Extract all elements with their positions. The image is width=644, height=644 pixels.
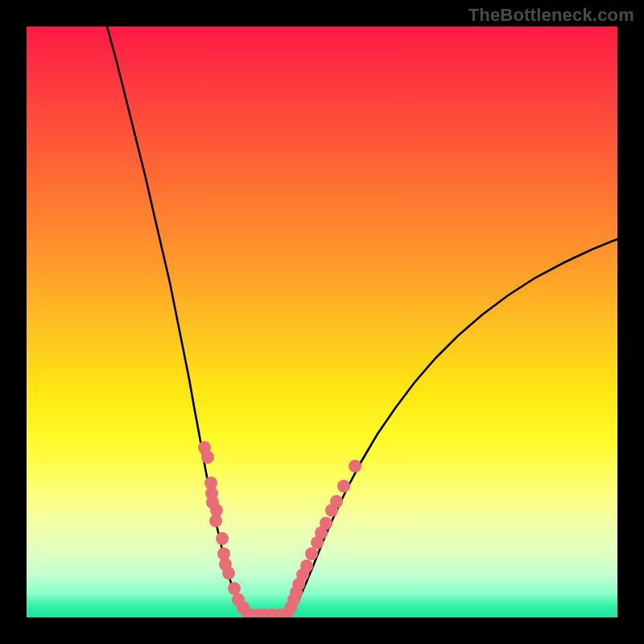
data-point <box>300 559 313 572</box>
data-point <box>330 495 343 508</box>
data-point <box>349 460 361 473</box>
plot-area <box>27 27 617 617</box>
watermark-text: TheBottleneck.com <box>469 5 634 26</box>
dots-right-group <box>280 460 361 617</box>
curve-right <box>287 239 617 617</box>
data-point <box>209 514 222 527</box>
data-point <box>228 582 241 595</box>
dots-left-group <box>198 441 287 617</box>
data-point <box>320 517 332 530</box>
frame: TheBottleneck.com <box>0 0 644 644</box>
data-point <box>216 532 229 545</box>
chart-svg <box>27 27 617 617</box>
data-point <box>337 480 350 493</box>
data-point <box>305 547 318 560</box>
data-point <box>222 567 235 580</box>
curve-left <box>107 27 254 617</box>
data-point <box>201 451 214 464</box>
